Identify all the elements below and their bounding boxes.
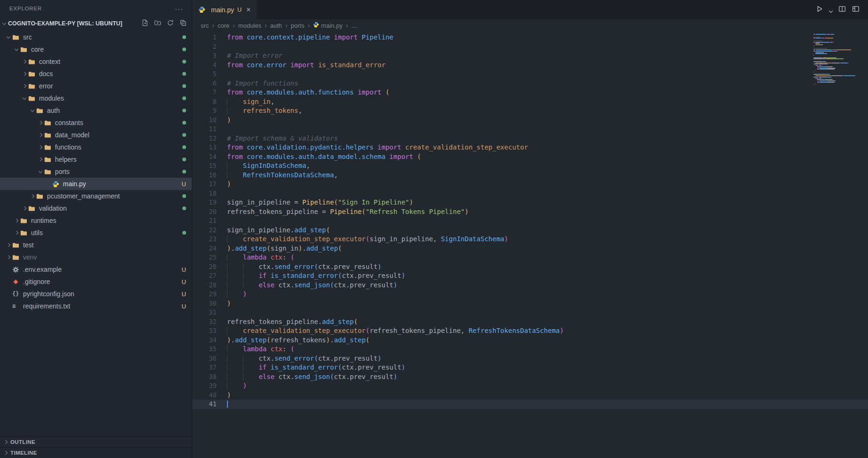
breadcrumb-item-main-py[interactable]: main.py bbox=[313, 22, 343, 29]
new-folder-button[interactable] bbox=[153, 19, 162, 28]
split-editor-button[interactable] bbox=[838, 5, 846, 15]
new-file-button[interactable] bbox=[141, 19, 149, 28]
breadcrumb-item-[interactable]: … bbox=[352, 22, 358, 29]
code-line[interactable]: 40) bbox=[192, 391, 868, 400]
code-line[interactable]: 17) bbox=[192, 180, 868, 189]
tree-item-env-example[interactable]: .env.exampleU bbox=[0, 263, 192, 276]
code-line[interactable]: 2 bbox=[192, 42, 868, 52]
code-editor[interactable]: 1from core.context.pipeline import Pipel… bbox=[192, 32, 868, 458]
code-line[interactable]: 20refresh_tokens_pipeline = Pipeline("Re… bbox=[192, 207, 868, 217]
code-line[interactable]: 23 create_validation_step_executor(sign_… bbox=[192, 235, 868, 244]
breadcrumb-separator: › bbox=[308, 22, 310, 29]
tree-item-core[interactable]: core bbox=[0, 43, 192, 55]
code-line[interactable]: 24).add_step(sign_in).add_step( bbox=[192, 244, 868, 253]
tree-item-docs[interactable]: docs bbox=[0, 68, 192, 80]
breadcrumb-item-auth[interactable]: auth bbox=[270, 22, 282, 29]
line-number: 19 bbox=[192, 198, 217, 207]
code-line-text: # Import error bbox=[192, 51, 868, 61]
code-line[interactable]: 12# Import schema & validators bbox=[192, 134, 868, 143]
code-line[interactable]: 33 create_validation_step_executor(refre… bbox=[192, 326, 868, 336]
code-line[interactable]: 3# Import error bbox=[192, 51, 868, 61]
code-line-text: if is_standard_error(ctx.prev_result) bbox=[192, 271, 868, 281]
minimap[interactable] bbox=[813, 34, 859, 87]
code-line[interactable]: 27 if is_standard_error(ctx.prev_result) bbox=[192, 271, 868, 281]
code-line-text: ) bbox=[192, 391, 868, 400]
code-line[interactable]: 19sign_in_pipeline = Pipeline("Sign In P… bbox=[192, 198, 868, 207]
tree-item-constants[interactable]: constants bbox=[0, 117, 192, 129]
outline-section[interactable]: OUTLINE bbox=[0, 436, 192, 447]
breadcrumb-item-ports[interactable]: ports bbox=[291, 22, 305, 29]
workspace-section-header[interactable]: COGNITO-EXAMPLE-PY [WSL: UBUNTU] bbox=[0, 17, 192, 30]
code-line-text: from core.validation.pydantic.helpers im… bbox=[192, 143, 868, 152]
code-line[interactable]: 6# Import functions bbox=[192, 79, 868, 88]
code-line[interactable]: 22sign_in_pipeline.add_step( bbox=[192, 226, 868, 235]
tree-item-gitignore[interactable]: .gitignoreU bbox=[0, 276, 192, 288]
customize-layout-button[interactable] bbox=[852, 5, 860, 15]
tree-item-utils[interactable]: utils bbox=[0, 227, 192, 239]
line-number: 27 bbox=[192, 271, 217, 281]
code-line[interactable]: 8 sign_in, bbox=[192, 97, 868, 107]
tree-item-validation[interactable]: validation bbox=[0, 202, 192, 214]
code-line[interactable]: 28 else ctx.send_json(ctx.prev_result) bbox=[192, 281, 868, 290]
code-line[interactable]: 9 refresh_tokens, bbox=[192, 106, 868, 116]
code-line[interactable]: 25 lambda ctx: ( bbox=[192, 253, 868, 262]
tree-item-helpers[interactable]: helpers bbox=[0, 153, 192, 166]
run-button[interactable] bbox=[816, 5, 823, 15]
breadcrumb-item-core[interactable]: core bbox=[218, 22, 229, 29]
code-line[interactable]: 41 bbox=[192, 400, 868, 409]
code-line[interactable]: 4from core.error import is_standard_erro… bbox=[192, 61, 868, 70]
line-number: 34 bbox=[192, 336, 217, 345]
refresh-explorer-button[interactable] bbox=[166, 19, 174, 28]
collapse-folders-button[interactable] bbox=[179, 19, 187, 28]
breadcrumb-label: core bbox=[218, 22, 229, 29]
breadcrumb-item-src[interactable]: src bbox=[201, 22, 209, 29]
code-line[interactable]: 35 lambda ctx: ( bbox=[192, 345, 868, 354]
run-dropdown-chevron[interactable] bbox=[829, 6, 832, 14]
tree-item-venv[interactable]: venv bbox=[0, 251, 192, 263]
explorer-more-icon[interactable]: ··· bbox=[175, 5, 183, 13]
breadcrumb-separator: › bbox=[265, 22, 267, 29]
code-line[interactable]: 34).add_step(refresh_tokens).add_step( bbox=[192, 336, 868, 345]
code-line[interactable]: 1from core.context.pipeline import Pipel… bbox=[192, 33, 868, 42]
code-line[interactable]: 14from core.modules.auth.data_model.sche… bbox=[192, 152, 868, 162]
code-line[interactable]: 38 else ctx.send_json(ctx.prev_result) bbox=[192, 372, 868, 382]
tree-item-context[interactable]: context bbox=[0, 55, 192, 68]
code-line[interactable]: 31 bbox=[192, 308, 868, 317]
tree-item-test[interactable]: test bbox=[0, 239, 192, 251]
tree-item-data-model[interactable]: data_model bbox=[0, 129, 192, 141]
code-line[interactable]: 18 bbox=[192, 189, 868, 198]
code-line[interactable]: 26 ctx.send_error(ctx.prev_result) bbox=[192, 262, 868, 272]
code-line[interactable]: 13from core.validation.pydantic.helpers … bbox=[192, 143, 868, 152]
code-line[interactable]: 5 bbox=[192, 70, 868, 79]
tree-item-main-py[interactable]: main.pyU bbox=[0, 178, 192, 190]
code-line[interactable]: 15 SignInDataSchema, bbox=[192, 161, 868, 171]
tree-item-requirements-txt[interactable]: ≡requirements.txtU bbox=[0, 300, 192, 312]
tree-item-ports[interactable]: ports bbox=[0, 166, 192, 178]
code-line[interactable]: 21 bbox=[192, 216, 868, 226]
close-icon[interactable]: × bbox=[246, 6, 250, 14]
tree-item-pyrightconfig-json[interactable]: {}pyrightconfig.jsonU bbox=[0, 288, 192, 300]
code-line[interactable]: 16 RefreshTokensDataSchema, bbox=[192, 171, 868, 180]
tree-item-modules[interactable]: modules bbox=[0, 92, 192, 104]
code-line[interactable]: 10) bbox=[192, 116, 868, 125]
code-line[interactable]: 11 bbox=[192, 125, 868, 134]
tree-item-src[interactable]: src bbox=[0, 31, 192, 43]
tree-item-error[interactable]: error bbox=[0, 80, 192, 92]
code-line[interactable]: 36 ctx.send_error(ctx.prev_result) bbox=[192, 354, 868, 363]
timeline-section[interactable]: TIMELINE bbox=[0, 447, 192, 458]
code-line[interactable]: 29 ) bbox=[192, 290, 868, 299]
chevron-right-icon bbox=[29, 195, 36, 197]
tree-item-runtimes[interactable]: runtimes bbox=[0, 214, 192, 227]
code-line[interactable]: 32refresh_tokens_pipeline.add_step( bbox=[192, 317, 868, 327]
code-line[interactable]: 37 if is_standard_error(ctx.prev_result) bbox=[192, 363, 868, 372]
tab-main-py[interactable]: main.py U × bbox=[192, 0, 257, 19]
code-line[interactable]: 30) bbox=[192, 299, 868, 308]
git-status-badge: U bbox=[237, 7, 242, 13]
code-line[interactable]: 7from core.modules.auth.functions import… bbox=[192, 88, 868, 97]
code-line[interactable]: 39 ) bbox=[192, 381, 868, 391]
breadcrumb-item-modules[interactable]: modules bbox=[238, 22, 261, 29]
tree-item-auth[interactable]: auth bbox=[0, 104, 192, 117]
git-change-dot-icon bbox=[182, 158, 186, 161]
tree-item-pcustomer-management[interactable]: pcustomer_management bbox=[0, 190, 192, 202]
tree-item-functions[interactable]: functions bbox=[0, 141, 192, 153]
